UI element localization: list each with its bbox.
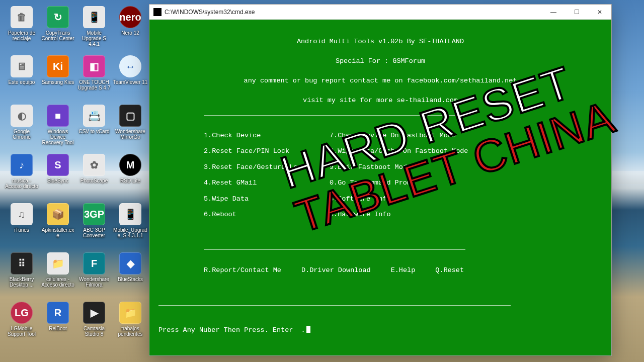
app-icon: 🖥 — [11, 55, 33, 77]
menu-item[interactable]: 4.Reset GMail — [204, 178, 325, 188]
terminal[interactable]: Android Multi Tools v1.02b By SE-THAILAN… — [149, 20, 611, 355]
menu-item[interactable]: 0.Go To Command Promt — [330, 178, 491, 188]
menu-item[interactable]: 3.Reset Face/Gesture Lock — [204, 162, 325, 172]
desktop-icon[interactable]: ▢Wondershare MirrorGo — [113, 104, 148, 151]
app-icon: 📦 — [47, 203, 69, 225]
desktop-icon[interactable]: KiSamsung Kies — [40, 54, 75, 102]
desktop: 🗑Papelera de reciclaje↻CopyTrans Control… — [0, 0, 644, 362]
desktop-icon[interactable]: 📁trabajos pendientes — [113, 301, 148, 348]
menu-item[interactable]: R.Report/Contact Me — [204, 265, 281, 276]
desktop-icon[interactable]: MRSD Lite — [113, 153, 148, 200]
desktop-icon[interactable]: ◆BlueStacks — [113, 251, 148, 299]
icon-label: Camtasia Studio 8 — [76, 326, 112, 337]
app-icon: ◧ — [83, 55, 105, 77]
icon-label: celulares - Acceso directo — [40, 277, 75, 288]
menu-item[interactable]: H.Hardware Info — [330, 210, 491, 220]
desktop-icon[interactable]: 📱Mobile_Upgrade_S 4.3.1.1 — [113, 202, 148, 249]
desktop-icon[interactable]: RReiBoot — [40, 301, 75, 348]
desktop-icon[interactable]: SSideSync — [40, 153, 75, 200]
desktop-icon[interactable]: 📱Mobile Upgrade S 4.4.1 — [76, 5, 112, 52]
desktop-icon[interactable]: ↻CopyTrans Control Center — [40, 5, 75, 52]
icon-label: SideSync — [40, 178, 75, 184]
app-icon: LG — [11, 302, 33, 324]
app-icon: ♫ — [11, 203, 33, 225]
desktop-icon[interactable]: ◐Google Chrome — [4, 104, 39, 151]
app-icon: ◆ — [119, 252, 141, 275]
icon-label: Mobile Upgrade S 4.4.1 — [76, 30, 112, 47]
desktop-icon[interactable]: 🗑Papelera de reciclaje — [4, 5, 39, 52]
icon-label: Este equipo — [4, 79, 39, 85]
divider-mid — [204, 249, 465, 250]
icon-label: musica - Acceso directo — [4, 178, 39, 189]
app-icon: ↻ — [47, 6, 69, 28]
icon-label: Samsung Kies — [40, 79, 75, 85]
menu-item[interactable]: 8.Wipe Data/Cache On Fastboot Mode — [330, 146, 491, 156]
desktop-icon[interactable]: 📁celulares - Acceso directo — [40, 251, 75, 299]
prompt-line: Press Any Nuber Then Press. Enter . — [158, 326, 305, 334]
menu-item[interactable]: 7.Check Device On Fastboot Mode — [330, 131, 491, 141]
app-icon: ⠿ — [11, 252, 33, 275]
menu-grid: 1.Check Device7.Check Device On Fastboot… — [204, 131, 602, 220]
app-icon: nero — [119, 6, 141, 28]
maximize-button[interactable]: ☐ — [565, 5, 588, 19]
app-icon: ◐ — [11, 105, 33, 127]
divider-top — [204, 115, 465, 116]
cmd-icon — [153, 8, 162, 16]
desktop-icon[interactable]: 3GPABC 3GP Converter — [76, 202, 112, 249]
window-title: C:\WINDOWS\system32\cmd.exe — [165, 9, 542, 16]
divider-bot — [158, 305, 511, 306]
desktop-icon[interactable]: ✿PhotoScape — [76, 153, 112, 200]
menu-item[interactable]: S.Software Info — [330, 194, 491, 204]
menu-item[interactable]: 6.Reboot — [204, 210, 325, 220]
desktop-icon[interactable]: 📇CSV to vCard — [76, 104, 112, 151]
menu-item[interactable]: Q.Reset — [435, 265, 464, 276]
app-icon: F — [83, 252, 105, 275]
menu-item[interactable]: 5.Wipe Data — [204, 194, 325, 204]
icon-label: Apkinstaller.exe — [40, 227, 75, 238]
desktop-icon[interactable]: 🖥Este equipo — [4, 54, 39, 102]
desktop-icon[interactable]: neroNero 12 — [113, 5, 148, 52]
icon-label: CSV to vCard — [76, 129, 112, 134]
close-button[interactable]: ✕ — [588, 5, 611, 19]
desktop-icon[interactable]: ♪musica - Acceso directo — [4, 153, 39, 200]
icon-label: ONE TOUCH Upgrade S 4.7 — [76, 79, 112, 90]
app-icon: 📱 — [83, 6, 105, 28]
menu-item[interactable]: 1.Check Device — [204, 131, 325, 141]
desktop-icon[interactable]: ⠿BlackBerry Desktop ... — [4, 251, 39, 299]
icon-label: Windows Device Recovery Tool — [40, 129, 75, 145]
icon-label: Google Chrome — [4, 129, 39, 140]
minimize-button[interactable]: — — [542, 5, 565, 19]
app-icon: ♪ — [11, 154, 33, 176]
desktop-icon[interactable]: 📦Apkinstaller.exe — [40, 202, 75, 249]
desktop-icon[interactable]: ↔TeamViewer 11 — [113, 54, 148, 102]
app-icon: ▶ — [83, 302, 105, 324]
desktop-icon[interactable]: ◧ONE TOUCH Upgrade S 4.7 — [76, 54, 112, 102]
app-icon: 📱 — [119, 203, 141, 225]
term-header-3: any comment or bug report contact me on … — [158, 76, 602, 86]
desktop-icon[interactable]: ♫iTunes — [4, 202, 39, 249]
app-icon: 📁 — [119, 302, 141, 324]
term-header-2: Special For : GSMForum — [158, 56, 602, 66]
titlebar[interactable]: C:\WINDOWS\system32\cmd.exe — ☐ ✕ — [149, 5, 611, 20]
app-icon: 3GP — [83, 203, 105, 225]
icon-label: Papelera de reciclaje — [4, 30, 39, 41]
menu-item[interactable]: 9.Exit Fastboot Mode — [330, 162, 491, 172]
app-icon: R — [47, 302, 69, 324]
desktop-icon[interactable]: FWondershare Filmora — [76, 251, 112, 299]
icon-label: CopyTrans Control Center — [40, 30, 75, 41]
app-icon: M — [119, 154, 141, 176]
app-icon: ■ — [47, 105, 69, 127]
desktop-icon[interactable]: LGLGMobile Support Tool — [4, 301, 39, 348]
menu-item[interactable]: D.Driver Download — [301, 265, 371, 276]
icon-label: RSD Lite — [113, 178, 148, 184]
desktop-icons-grid: 🗑Papelera de reciclaje↻CopyTrans Control… — [4, 5, 148, 349]
icon-label: ABC 3GP Converter — [76, 227, 112, 238]
term-header-1: Android Multi Tools v1.02b By SE-THAILAN… — [158, 37, 602, 47]
icon-label: LGMobile Support Tool — [4, 326, 39, 337]
desktop-icon[interactable]: ▶Camtasia Studio 8 — [76, 301, 112, 348]
icon-label: BlackBerry Desktop ... — [4, 277, 39, 288]
desktop-icon[interactable]: ■Windows Device Recovery Tool — [40, 104, 75, 151]
bottom-row: R.Report/Contact MeD.Driver DownloadE.He… — [204, 265, 602, 276]
menu-item[interactable]: 2.Reset Face/PIN Lock — [204, 146, 325, 156]
menu-item[interactable]: E.Help — [391, 265, 416, 276]
